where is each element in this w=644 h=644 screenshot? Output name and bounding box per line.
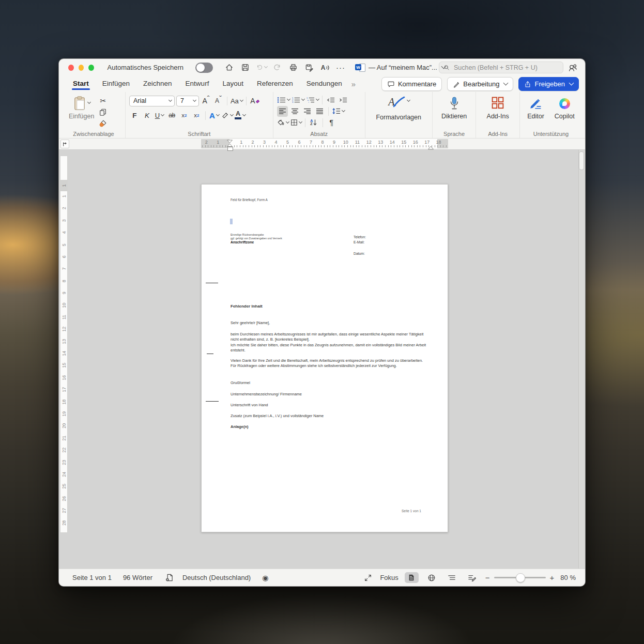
tab-start[interactable]: Start [73,78,89,91]
decrease-indent-button[interactable] [326,95,336,105]
tabs-overflow-icon[interactable]: » [351,80,356,88]
outline-view-button[interactable] [445,572,459,583]
tab-zeichnen[interactable]: Zeichnen [143,78,172,91]
font-size-select[interactable]: 7 [176,96,199,106]
comments-label: Kommentare [398,80,436,88]
borders-button[interactable] [290,117,302,128]
more-commands-icon[interactable]: ··· [336,65,345,70]
clear-formatting-button[interactable]: A [250,96,260,106]
text-effects-button[interactable]: A [209,110,220,121]
save-button[interactable] [240,63,251,72]
vertical-ruler[interactable]: 1 12345678910111213141516171819202122232… [60,156,68,533]
read-aloud-button[interactable]: A [320,63,331,72]
addins-button[interactable]: Add-Ins [484,95,512,121]
share-button[interactable]: Freigeben [518,77,579,91]
tab-einfuegen[interactable]: Einfügen [102,78,130,91]
tab-stop-selector[interactable] [60,140,69,148]
bold-button[interactable]: F [129,110,140,121]
grow-font-button[interactable]: Aˆ [201,96,211,106]
focus-mode-label[interactable]: Fokus [380,574,398,581]
macro-record-icon[interactable]: ◉ [262,574,268,582]
format-painter-button[interactable] [97,118,109,128]
align-right-button[interactable] [302,106,313,117]
numbering-button[interactable]: 123 [292,95,304,105]
styles-label: Formatvorlagen [376,114,421,121]
ruler-number: 4 [59,229,70,236]
styles-brush-icon [393,96,406,108]
justify-button[interactable] [314,106,325,117]
draft-view-button[interactable] [465,572,479,583]
zoom-out-button[interactable]: − [485,573,490,582]
tab-entwurf[interactable]: Entwurf [186,78,209,91]
borders-chevron-icon [299,119,302,123]
paste-button[interactable]: Einfügen [66,95,97,128]
search-input[interactable] [453,64,559,72]
document-title-menu[interactable]: W — Auf “meinem Mac”... [355,63,434,72]
zoom-percentage[interactable]: 80 % [560,574,576,581]
ruler-number: 6 [294,140,305,145]
copy-button[interactable] [97,107,109,117]
shading-button[interactable] [277,117,289,128]
document-page[interactable]: Feld für Briefkopf, Form A Einzeilige Rü… [201,184,448,532]
dictate-button[interactable]: Diktieren [438,95,470,121]
tab-referenzen[interactable]: Referenzen [257,78,293,91]
align-left-button[interactable] [277,106,288,117]
status-language[interactable]: Deutsch (Deutschland) [182,574,251,581]
search-box[interactable] [439,62,563,73]
cut-button[interactable]: ✂ [97,96,109,105]
minimize-window-button[interactable] [79,65,84,71]
close-window-button[interactable] [68,65,74,71]
bullets-button[interactable] [277,95,290,105]
print-icon [289,63,298,72]
subscript-button[interactable]: x2 [179,110,190,121]
zoom-window-button[interactable] [88,65,94,71]
redo-button[interactable] [272,63,283,72]
zoom-slider-thumb[interactable] [516,573,525,582]
presence-button[interactable] [568,63,578,72]
print-layout-view-button[interactable] [405,572,419,583]
spellcheck-status-button[interactable] [164,573,175,582]
underline-button[interactable]: U [154,110,165,121]
autosave-toggle[interactable] [195,63,213,73]
focus-mode-button[interactable] [362,573,374,582]
ruler-number: 27 [59,507,70,514]
document-canvas[interactable]: 1 12345678910111213141516171819202122232… [59,150,585,569]
scissors-icon: ✂ [100,97,106,104]
shrink-font-button[interactable]: Aˇ [213,96,224,106]
strikethrough-button[interactable]: ab [166,110,177,121]
zoom-in-button[interactable]: + [550,573,555,582]
font-name-value: Arial [133,97,146,104]
change-case-button[interactable]: Aa [231,96,243,106]
line-spacing-button[interactable] [332,106,345,117]
align-center-button[interactable] [289,106,300,117]
font-color-button[interactable]: A [235,110,246,121]
font-name-select[interactable]: Arial [129,96,175,106]
editing-mode-button[interactable]: Bearbeitung [447,77,513,91]
status-word-count[interactable]: 96 Wörter [123,574,152,581]
styles-button[interactable]: A Formatvorlagen [373,95,424,122]
vertical-scrollbar[interactable] [578,150,585,569]
tab-sendungen[interactable]: Sendungen [306,78,342,91]
zoom-slider[interactable] [494,577,546,578]
superscript-button[interactable]: x2 [191,110,202,121]
web-layout-view-button[interactable] [425,572,439,583]
print-button[interactable] [288,63,299,72]
italic-button[interactable]: K [142,110,152,121]
increase-indent-button[interactable] [338,95,349,105]
pilcrow-button[interactable]: ¶ [326,117,337,128]
multilevel-list-button[interactable]: 1ai [306,95,319,105]
sort-button[interactable]: A Z [309,117,319,128]
home-button[interactable] [224,63,235,72]
save-as-button[interactable] [304,63,315,72]
tab-layout[interactable]: Layout [222,78,243,91]
copilot-button[interactable]: Copilot [551,95,578,121]
comments-button[interactable]: Kommentare [381,77,442,91]
status-page-count[interactable]: Seite 1 von 1 [72,574,112,581]
editor-button[interactable]: Editor [524,95,547,121]
horizontal-ruler[interactable]: 21123456789101112131415161718 [59,139,585,150]
left-indent-marker[interactable] [227,147,233,151]
highlight-button[interactable] [221,110,233,121]
undo-button[interactable] [256,63,267,72]
undo-dropdown-chevron[interactable] [264,65,268,68]
scrollbar-thumb[interactable] [579,151,584,170]
